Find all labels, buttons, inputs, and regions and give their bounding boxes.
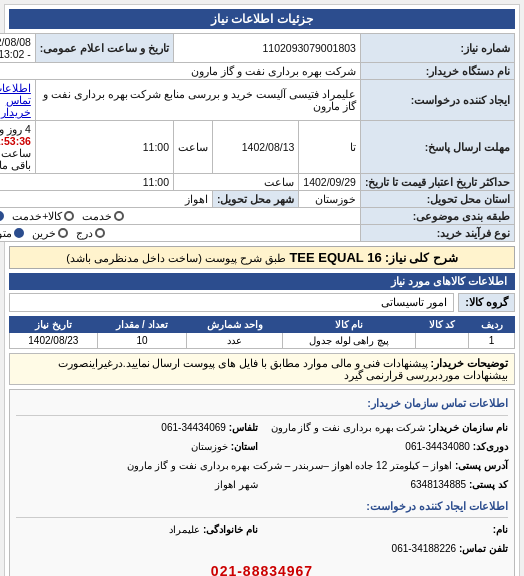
- mohlat-saat: 11:00: [35, 121, 173, 174]
- shahr-label: شهر محل تحویل:: [213, 191, 299, 208]
- contact-dorikode: دوری‌کد: 34434080-061: [266, 438, 508, 455]
- note-label: توضیحات خریدار:: [431, 357, 508, 369]
- tee-equal-note: طبق شرح پیوست (ساخت داخل مدنظرمی باشد): [66, 252, 286, 264]
- tee-equal-value: TEE EQUAL 16: [289, 250, 381, 265]
- group-value: امور تاسیساتی: [9, 293, 454, 312]
- radio-circle-darj: [95, 228, 105, 238]
- nav-label: نوع فرآیند خرید:: [360, 225, 514, 242]
- radio-circle-motavassed: [14, 228, 24, 238]
- radio-motavassed[interactable]: متوسط: [0, 227, 24, 239]
- nav-value: درج خرین متوسط: [0, 225, 360, 242]
- radio-khadamat-only[interactable]: خدمت: [82, 210, 124, 222]
- radio-darj[interactable]: درج: [76, 227, 105, 239]
- kala-table: ردیف کد کالا نام کالا واحد شمارش تعداد /…: [9, 316, 515, 349]
- col-name: نام کالا: [283, 317, 416, 333]
- mohlat-date: 1402/08/13: [213, 121, 299, 174]
- main-container: جزئیات اطلاعات نیاز شماره نیاز: 11020930…: [4, 4, 520, 576]
- col-unit: واحد شمارش: [187, 317, 283, 333]
- contact-title: اطلاعات تماس سازمان خریدار:: [16, 394, 508, 416]
- ostan-label: استان محل تحویل:: [360, 191, 514, 208]
- tarikh-label: تاریخ و ساعت اعلام عمومی:: [35, 34, 173, 63]
- shomara-niyaz-value: 1102093079001803: [174, 34, 361, 63]
- cell-tarikh_niyaz: 1402/08/23: [10, 333, 98, 349]
- mohlat-label: مهلت ارسال پاسخ:: [360, 121, 514, 174]
- ejad-tel: تلفن تماس: 34188226-061: [266, 540, 508, 557]
- tarikh-value: 1402/08/08 - 13:02: [0, 34, 35, 63]
- cell-unit: عدد: [187, 333, 283, 349]
- contact-postal: کد پستی: 6348134885: [266, 476, 508, 493]
- col-radif: ردیف: [469, 317, 515, 333]
- radio-kherin[interactable]: خرین: [32, 227, 68, 239]
- group-row: گروه کالا: امور تاسیساتی: [9, 293, 515, 312]
- ejad-grid: نام: نام خانوادگی: علیمراد تلفن تماس: 34…: [16, 521, 508, 557]
- cell-radif: 1: [469, 333, 515, 349]
- note-row: توضیحات خریدار: پیشنهادات فنی و مالی موا…: [9, 353, 515, 385]
- ettelaat-link[interactable]: اطلاعات تماس خریدار: [0, 80, 35, 121]
- tee-equal-row: شرح کلی نیاز: TEE EQUAL 16 طبق شرح پیوست…: [9, 246, 515, 269]
- radio-khadamat[interactable]: کالا+خدمت: [12, 210, 74, 222]
- tabaghe-value: خدمت کالا+خدمت کالا: [0, 208, 360, 225]
- radio-kala[interactable]: کالا: [0, 210, 4, 222]
- shahr-value: اهواز: [0, 191, 213, 208]
- tarikh-etibar-saat-label: ساعت: [174, 174, 299, 191]
- radio-circle-khadamat: [114, 211, 124, 221]
- info-table: شماره نیاز: 1102093079001803 تاریخ و ساع…: [0, 33, 515, 242]
- nam-dastgah-label: نام دستگاه خریدار:: [360, 63, 514, 80]
- contact-section: اطلاعات تماس سازمان خریدار: نام سازمان خ…: [9, 389, 515, 576]
- ejad-khanevadegi: نام خانوادگی: علیمراد: [16, 521, 258, 538]
- cell-tedad: 10: [97, 333, 187, 349]
- radio-circle-kala: [0, 211, 4, 221]
- contact-nam-sazman: نام سازمان خریدار: شرکت بهره برداری نفت …: [266, 419, 508, 436]
- contact-tel: تلفاس: 34434069-061: [16, 419, 258, 436]
- cell-name_kala: پیچ راهی لوله جدول: [283, 333, 416, 349]
- page-title: جزئیات اطلاعات نیاز: [9, 9, 515, 29]
- sharh-label: شرح کلی نیاز:: [385, 251, 458, 265]
- contact-shahr: شهر اهواز: [16, 476, 258, 493]
- ejad-value: علیمراد فتیسی آلیست خرید و بررسی منابع ش…: [35, 80, 360, 121]
- tarikh-etibar-saat: 11:00: [0, 174, 174, 191]
- ejad-title: اطلاعات ایجاد کننده درخواست:: [16, 497, 508, 519]
- col-tarikh: تاریخ نیاز: [10, 317, 98, 333]
- mohlat-saat-label: ساعت: [174, 121, 213, 174]
- col-kod: کد کالا: [415, 317, 468, 333]
- contact-ostan: استان: خوزستان: [16, 438, 258, 455]
- ostan-value: خوزستان: [299, 191, 361, 208]
- table-row: 1پیچ راهی لوله جدولعدد101402/08/23: [10, 333, 515, 349]
- group-label: گروه کالا:: [458, 293, 515, 312]
- mohlat-baqi: 4 روز و 21:53:36 ساعت باقی مانده: [0, 121, 35, 174]
- cell-kod_kala: [415, 333, 468, 349]
- radio-circle-khadamat2: [64, 211, 74, 221]
- radio-circle-kherin: [58, 228, 68, 238]
- tarikh-etibar-label: حداکثر تاریخ اعتبار قیمت تا تاریخ:: [360, 174, 514, 191]
- kalahat-title: اطلاعات کالاهای مورد نیاز: [9, 273, 515, 290]
- shomara-niyaz-label: شماره نیاز:: [360, 34, 514, 63]
- phone-big: 021-88834967: [16, 560, 508, 576]
- contact-address: آدرس پستی: اهواز – کیلومتر 12 جاده اهواز…: [16, 457, 508, 474]
- contact-grid: نام سازمان خریدار: شرکت بهره برداری نفت …: [16, 419, 508, 493]
- ejad-label: ایجاد کننده درخواست:: [360, 80, 514, 121]
- col-tedad: تعداد / مقدار: [97, 317, 187, 333]
- nam-dastgah-value: شرکت بهره برداری نفت و گاز مارون: [0, 63, 360, 80]
- tarikh-etibar-date: 1402/09/29: [299, 174, 361, 191]
- tabaghe-label: طبقه بندی موضوعی:: [360, 208, 514, 225]
- mohlat-ta: تا: [299, 121, 361, 174]
- ejad-name: نام:: [266, 521, 508, 538]
